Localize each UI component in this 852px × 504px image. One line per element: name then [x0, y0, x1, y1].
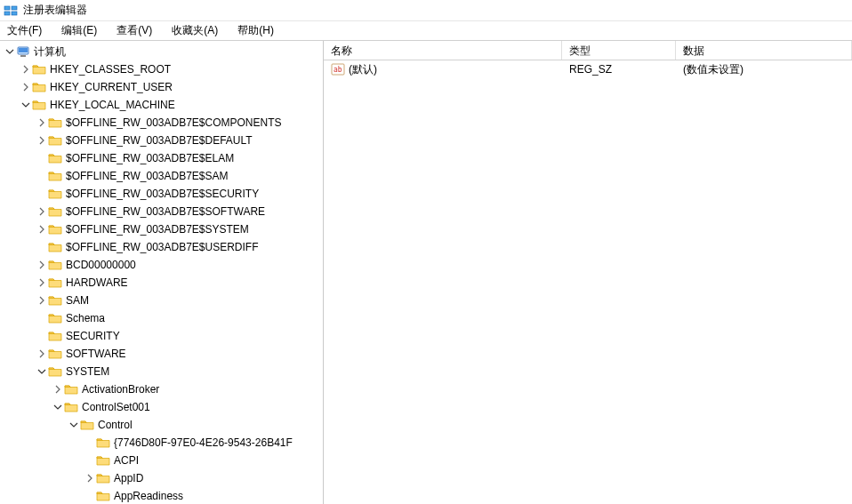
folder-icon	[64, 383, 78, 396]
expander-icon[interactable]	[36, 348, 48, 360]
folder-icon	[80, 419, 94, 431]
value-row[interactable]: ab(默认)REG_SZ(数值未设置)	[324, 60, 852, 78]
folder-icon	[48, 223, 62, 236]
column-header-data[interactable]: 数据	[676, 41, 852, 60]
tree-node-label: $OFFLINE_RW_003ADB7E$SAM	[66, 170, 234, 182]
tree-node-offline-elam[interactable]: $OFFLINE_RW_003ADB7E$ELAM	[0, 149, 323, 167]
expander-icon[interactable]	[36, 134, 48, 147]
tree-node-offline-sam[interactable]: $OFFLINE_RW_003ADB7E$SAM	[0, 167, 323, 185]
tree-node-bcd[interactable]: BCD00000000	[0, 256, 323, 274]
tree-node-sam[interactable]: SAM	[0, 292, 323, 309]
value-data: (数值未设置)	[683, 62, 743, 77]
expander-icon[interactable]	[68, 419, 80, 431]
tree-node-label: $OFFLINE_RW_003ADB7E$USERDIFF	[66, 241, 264, 253]
tree-node-schema[interactable]: Schema	[0, 309, 323, 327]
folder-icon	[32, 63, 46, 76]
tree-node-software[interactable]: SOFTWARE	[0, 345, 323, 363]
expander-icon[interactable]	[36, 205, 48, 218]
expander-icon[interactable]	[20, 81, 32, 93]
tree-node-offline-security[interactable]: $OFFLINE_RW_003ADB7E$SECURITY	[0, 185, 323, 203]
tree-node-label: BCD00000000	[66, 259, 141, 271]
tree-node-label: SOFTWARE	[66, 348, 132, 360]
folder-icon	[32, 81, 46, 93]
tree-node-label: HKEY_CURRENT_USER	[50, 81, 178, 93]
tree-node-controlset001[interactable]: ControlSet001	[0, 398, 323, 416]
menu-favorites[interactable]: 收藏夹(A)	[168, 21, 221, 40]
folder-icon	[48, 294, 62, 307]
column-header-name[interactable]: 名称	[324, 41, 562, 60]
tree-node-appreadiness[interactable]: AppReadiness	[0, 487, 323, 504]
tree-node-label: Schema	[66, 312, 110, 324]
folder-icon	[32, 99, 46, 111]
svg-rect-2	[4, 12, 10, 15]
tree-node-label: $OFFLINE_RW_003ADB7E$SOFTWARE	[66, 205, 270, 218]
tree-node-offline-system[interactable]: $OFFLINE_RW_003ADB7E$SYSTEM	[0, 220, 323, 238]
tree-node-label: HKEY_CLASSES_ROOT	[50, 63, 176, 76]
menu-view[interactable]: 查看(V)	[113, 21, 156, 40]
folder-icon	[48, 188, 62, 200]
folder-icon	[48, 348, 62, 360]
menu-file[interactable]: 文件(F)	[4, 21, 45, 40]
svg-rect-5	[19, 48, 28, 52]
tree-node-offline-software[interactable]: $OFFLINE_RW_003ADB7E$SOFTWARE	[0, 203, 323, 220]
expander-icon[interactable]	[36, 294, 48, 307]
tree-node-offline-default[interactable]: $OFFLINE_RW_003ADB7E$DEFAULT	[0, 132, 323, 149]
tree-node-appid[interactable]: AppID	[0, 469, 323, 487]
tree-node-control[interactable]: Control	[0, 416, 323, 434]
folder-icon	[48, 330, 62, 342]
tree-node-label: $OFFLINE_RW_003ADB7E$ELAM	[66, 152, 239, 164]
column-header-type[interactable]: 类型	[562, 41, 676, 60]
expander-icon[interactable]	[20, 99, 32, 111]
tree-pane[interactable]: 计算机HKEY_CLASSES_ROOTHKEY_CURRENT_USERHKE…	[0, 41, 324, 504]
tree-node-label: AppReadiness	[114, 490, 189, 502]
tree-node-hkcr[interactable]: HKEY_CLASSES_ROOT	[0, 60, 323, 78]
expander-icon[interactable]	[20, 63, 32, 76]
expander-icon[interactable]	[52, 401, 64, 413]
expander-icon[interactable]	[84, 472, 96, 484]
regedit-icon	[4, 4, 18, 18]
expander-icon[interactable]	[52, 383, 64, 396]
expander-icon[interactable]	[36, 223, 48, 236]
tree-node-label: $OFFLINE_RW_003ADB7E$SECURITY	[66, 188, 264, 200]
folder-icon	[48, 205, 62, 218]
tree-node-offline-components[interactable]: $OFFLINE_RW_003ADB7E$COMPONENTS	[0, 114, 323, 132]
expander-icon[interactable]	[36, 116, 48, 129]
expander-icon[interactable]	[36, 259, 48, 271]
menu-edit[interactable]: 编辑(E)	[58, 21, 100, 40]
tree-node-label: ActivationBroker	[82, 383, 165, 396]
folder-icon	[48, 259, 62, 271]
tree-node-offline-userdiff[interactable]: $OFFLINE_RW_003ADB7E$USERDIFF	[0, 238, 323, 256]
tree-node-guid[interactable]: {7746D80F-97E0-4E26-9543-26B41F	[0, 434, 323, 452]
tree-node-system[interactable]: SYSTEM	[0, 363, 323, 380]
tree-node-label: HKEY_LOCAL_MACHINE	[50, 99, 181, 111]
menubar: 文件(F) 编辑(E) 查看(V) 收藏夹(A) 帮助(H)	[0, 21, 852, 41]
tree-node-label: SECURITY	[66, 330, 125, 342]
tree-node-security[interactable]: SECURITY	[0, 327, 323, 345]
tree-node-label: AppID	[114, 472, 149, 484]
window-title: 注册表编辑器	[23, 3, 87, 18]
menu-help[interactable]: 帮助(H)	[234, 21, 277, 40]
folder-icon	[64, 401, 78, 413]
tree-node-hklm[interactable]: HKEY_LOCAL_MACHINE	[0, 96, 323, 114]
tree-node-label: 计算机	[34, 44, 71, 60]
folder-icon	[48, 365, 62, 378]
tree-node-label: ControlSet001	[82, 401, 156, 413]
svg-text:ab: ab	[334, 66, 342, 74]
expander-icon[interactable]	[36, 276, 48, 289]
expander-icon[interactable]	[4, 45, 16, 58]
tree-node-hardware[interactable]: HARDWARE	[0, 274, 323, 292]
tree-node-hkcu[interactable]: HKEY_CURRENT_USER	[0, 78, 323, 96]
expander-icon[interactable]	[36, 365, 48, 378]
content-area: 计算机HKEY_CLASSES_ROOTHKEY_CURRENT_USERHKE…	[0, 41, 852, 504]
folder-icon	[96, 490, 110, 502]
tree-node-computer[interactable]: 计算机	[0, 43, 323, 60]
values-header: 名称 类型 数据	[324, 41, 852, 60]
tree-node-acpi[interactable]: ACPI	[0, 452, 323, 469]
string-value-icon: ab	[331, 63, 345, 76]
folder-icon	[48, 134, 62, 147]
svg-rect-0	[4, 6, 10, 10]
svg-rect-6	[20, 55, 26, 57]
tree-node-label: $OFFLINE_RW_003ADB7E$COMPONENTS	[66, 116, 287, 129]
values-pane[interactable]: 名称 类型 数据 ab(默认)REG_SZ(数值未设置)	[324, 41, 852, 504]
tree-node-activationbroker[interactable]: ActivationBroker	[0, 380, 323, 398]
